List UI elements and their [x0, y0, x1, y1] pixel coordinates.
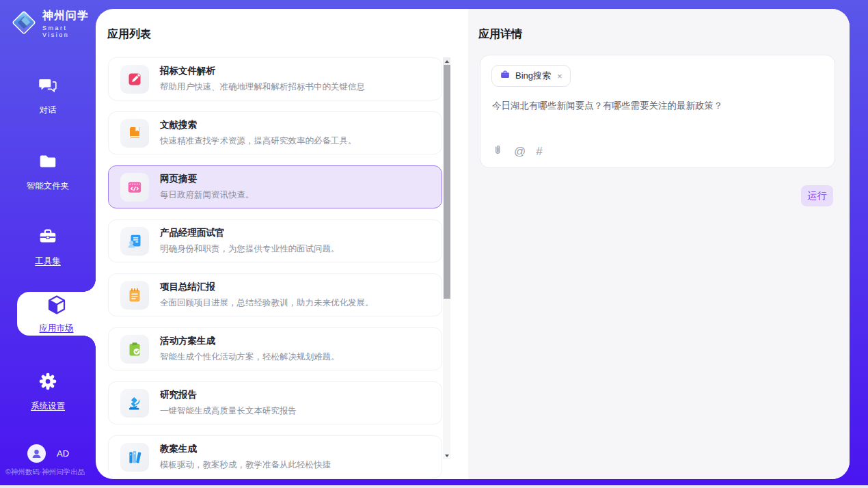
- tool-tag-bing-search[interactable]: Bing搜索 ×: [491, 65, 571, 87]
- folder-icon: [38, 151, 58, 174]
- sidebar-item-label: 系统设置: [31, 401, 65, 412]
- app-detail-panel: 应用详情 Bing搜索 × 今日湖北有哪些新闻要点？有哪些需要关注的最新政策？ …: [468, 9, 850, 479]
- run-button[interactable]: 运行: [801, 185, 833, 206]
- app-card-description: 帮助用户快速、准确地理解和解析招标书中的关键信息: [160, 81, 365, 93]
- app-card-description: 快速精准查找学术资源，提高研究效率的必备工具。: [160, 135, 357, 147]
- app-card-name: 产品经理面试官: [160, 227, 340, 239]
- app-card-description: 明确身份和职责，为您提供专业性的面试问题。: [160, 243, 340, 255]
- sidebar-item-label: 工具集: [35, 256, 61, 267]
- literature-search-icon: [120, 119, 149, 148]
- app-card-webpage-summary[interactable]: 网页摘要每日政府新闻资讯快查。: [108, 165, 442, 208]
- copyright: ©神州数码·神州问学出品: [5, 467, 85, 477]
- app-card-description: 一键智能生成高质量长文本研究报告: [160, 405, 297, 417]
- toolbox-icon: [38, 226, 58, 249]
- brand-logo-icon: [11, 10, 37, 38]
- tool-tag-label: Bing搜索: [515, 70, 551, 82]
- sidebar-item-cube[interactable]: 应用市场: [17, 292, 96, 336]
- user-account[interactable]: AD: [27, 444, 69, 463]
- sidebar-item-label: 对话: [40, 105, 57, 116]
- sidebar-item-folder[interactable]: 智能文件夹: [0, 151, 96, 192]
- chat-icon: [38, 75, 58, 98]
- bid-document-icon: [120, 65, 149, 94]
- arrow-down-icon: [445, 455, 449, 457]
- hash-icon[interactable]: #: [536, 146, 542, 157]
- app-card-name: 活动方案生成: [160, 335, 340, 347]
- sidebar: 神州问学 Smart Vision 对话智能文件夹工具集应用市场系统设置 AD …: [0, 0, 96, 485]
- interviewer-icon: [120, 227, 149, 256]
- app-card-bid-document[interactable]: 招标文件解析帮助用户快速、准确地理解和解析招标书中的关键信息: [108, 57, 442, 100]
- scroll-down-button[interactable]: [443, 452, 450, 459]
- attachment-icon[interactable]: [492, 144, 504, 158]
- research-report-icon: [120, 389, 149, 418]
- app-card-research-report[interactable]: 研究报告一键智能生成高质量长文本研究报告: [108, 381, 442, 424]
- bottom-strip: [0, 485, 868, 488]
- lesson-plan-icon: [120, 443, 149, 472]
- app-detail-title: 应用详情: [478, 27, 522, 42]
- sidebar-item-toolbox[interactable]: 工具集: [0, 226, 96, 267]
- mention-icon[interactable]: @: [514, 146, 526, 157]
- app-card-name: 研究报告: [160, 389, 297, 401]
- scroll-up-button[interactable]: [443, 57, 450, 65]
- gear-icon: [38, 371, 58, 394]
- app-card-event-plan[interactable]: 活动方案生成智能生成个性化活动方案，轻松解决规划难题。: [108, 327, 442, 370]
- user-name: AD: [57, 448, 69, 459]
- tag-close-icon[interactable]: ×: [556, 71, 562, 81]
- arrow-up-icon: [445, 60, 449, 63]
- app-list-panel: 应用列表 招标文件解析帮助用户快速、准确地理解和解析招标书中的关键信息文献搜索快…: [96, 9, 468, 479]
- app-card-interviewer[interactable]: 产品经理面试官明确身份和职责，为您提供专业性的面试问题。: [108, 219, 442, 262]
- project-report-icon: [120, 281, 149, 310]
- app-card-name: 文献搜索: [160, 119, 357, 131]
- sidebar-item-chat[interactable]: 对话: [0, 75, 96, 116]
- app-card-name: 教案生成: [160, 443, 331, 455]
- app-card-lesson-plan[interactable]: 教案生成模板驱动，教案秒成，教学准备从此轻松快捷: [108, 435, 442, 478]
- app-card-project-report[interactable]: 项目总结汇报全面回顾项目进展，总结经验教训，助力未来优化发展。: [108, 273, 442, 316]
- event-plan-icon: [120, 335, 149, 364]
- app-card-name: 招标文件解析: [160, 65, 365, 77]
- main-surface: 应用列表 招标文件解析帮助用户快速、准确地理解和解析招标书中的关键信息文献搜索快…: [96, 9, 850, 479]
- sidebar-item-label: 应用市场: [40, 323, 74, 334]
- query-editor-card[interactable]: Bing搜索 × 今日湖北有哪些新闻要点？有哪些需要关注的最新政策？ @#: [480, 55, 835, 168]
- app-card-description: 全面回顾项目进展，总结经验教训，助力未来优化发展。: [160, 297, 374, 309]
- sidebar-item-gear[interactable]: 系统设置: [0, 371, 96, 412]
- briefcase-icon: [500, 69, 511, 83]
- app-card-literature-search[interactable]: 文献搜索快速精准查找学术资源，提高研究效率的必备工具。: [108, 111, 442, 154]
- app-card-name: 网页摘要: [160, 173, 254, 185]
- app-card-description: 模板驱动，教案秒成，教学准备从此轻松快捷: [160, 459, 331, 471]
- app-card-description: 智能生成个性化活动方案，轻松解决规划难题。: [160, 351, 340, 363]
- brand-name: 神州问学: [42, 9, 96, 23]
- app-card-description: 每日政府新闻资讯快查。: [160, 189, 254, 201]
- brand-subtitle: Smart Vision: [42, 25, 96, 38]
- cube-icon: [46, 294, 68, 318]
- app-list-title: 应用列表: [107, 27, 151, 42]
- query-text[interactable]: 今日湖北有哪些新闻要点？有哪些需要关注的最新政策？: [492, 99, 824, 113]
- brand: 神州问学 Smart Vision: [11, 9, 96, 38]
- scrollbar-thumb[interactable]: [444, 65, 450, 299]
- sidebar-item-label: 智能文件夹: [27, 180, 70, 192]
- app-card-name: 项目总结汇报: [160, 281, 374, 293]
- webpage-summary-icon: [120, 173, 149, 202]
- avatar: [27, 444, 46, 463]
- app-list-scrollbar[interactable]: [443, 57, 450, 459]
